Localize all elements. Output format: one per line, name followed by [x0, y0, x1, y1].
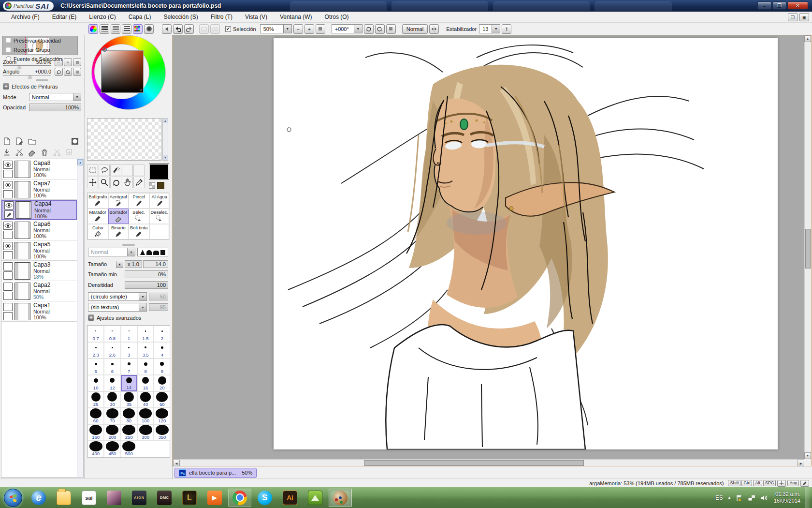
mdi-restore-button[interactable]: ❐ [788, 13, 798, 21]
layer-edit-indicator[interactable] [3, 292, 13, 300]
layer-visibility-toggle[interactable] [3, 181, 13, 189]
menu-item[interactable]: Lienzo (C) [83, 12, 122, 22]
panel-splitter[interactable] [85, 244, 172, 246]
chevron-down-icon[interactable]: ▼ [73, 93, 81, 101]
move-tool[interactable] [87, 177, 98, 188]
brush-size-cell[interactable]: 4 [154, 342, 170, 359]
nav-rotate-cw-button[interactable] [64, 68, 72, 76]
layer-thumbnail[interactable] [14, 303, 30, 320]
brush-size-cell[interactable]: 200 [104, 424, 120, 441]
menu-item[interactable]: Filtro (T) [204, 12, 239, 22]
saturation-value-square[interactable] [102, 51, 143, 92]
brush-size-cell[interactable]: 9 [154, 359, 170, 375]
brush-tool[interactable]: Cubo [87, 224, 108, 239]
brush-size-cell[interactable]: 400 [87, 441, 104, 457]
brush-size-cell[interactable]: 5 [87, 359, 104, 375]
brush-tool[interactable]: Deselec. [149, 209, 170, 224]
layer-thumbnail[interactable] [15, 201, 31, 219]
redo-icon[interactable] [184, 24, 194, 34]
zoom-in-button[interactable]: + [304, 24, 314, 34]
brush-size-cell[interactable]: 8 [137, 359, 154, 375]
brush-shape-strength[interactable]: 50 [149, 293, 168, 300]
transparent-color-swatch[interactable] [149, 182, 155, 189]
layer-opacity-slider[interactable]: 100% [29, 104, 81, 111]
checkbox-icon[interactable] [6, 56, 11, 61]
close-button[interactable]: ✕ [787, 1, 808, 10]
duplicate-layer-icon[interactable] [65, 148, 74, 157]
saturation-value-marker[interactable] [139, 88, 143, 92]
scratchpad-area[interactable] [87, 118, 161, 161]
brush-texture-strength[interactable]: 95 [149, 303, 168, 311]
brush-size-cell[interactable]: 14 [121, 375, 137, 391]
brush-size-cell[interactable]: 7 [121, 359, 137, 375]
brush-size-cell[interactable]: 450 [104, 441, 120, 457]
chevron-down-icon[interactable]: ▼ [492, 25, 500, 33]
brush-tool[interactable]: Aerógraf [108, 193, 129, 209]
layer-edit-indicator[interactable] [3, 190, 13, 198]
brush-size-cell[interactable]: 120 [154, 408, 170, 424]
zoom-combobox[interactable]: 50%▼ [260, 24, 292, 33]
layer-thumbnail[interactable] [14, 242, 30, 259]
title-bar[interactable]: PaintTool SAI C:\Users\Same\Documents\el… [0, 0, 812, 12]
brush-size-cell[interactable]: 20 [154, 375, 170, 391]
brush-size-cell[interactable]: 1 [121, 326, 137, 342]
rect-select-tool[interactable] [87, 164, 98, 176]
angle-combobox[interactable]: +000°▼ [332, 24, 362, 33]
show-desktop-button[interactable] [805, 487, 810, 508]
internet-explorer[interactable]: e [27, 489, 50, 507]
brush-tool[interactable]: Selec. [129, 209, 149, 224]
media-player[interactable]: ▶ [203, 489, 226, 507]
chevron-down-icon[interactable]: ▼ [127, 248, 135, 256]
clock[interactable]: 01:32 a.m. 16/09/2014 [774, 491, 800, 505]
dmc-game[interactable]: DMC [153, 489, 176, 507]
layer-edit-indicator[interactable] [3, 231, 13, 239]
background-color-swatch[interactable] [157, 182, 164, 189]
nav-rotate-ccw-button[interactable] [55, 68, 63, 76]
layer-row[interactable]: Capa4 Normal 100% [1, 200, 77, 220]
layer-visibility-toggle[interactable] [3, 161, 13, 169]
expand-icon[interactable]: + [88, 314, 94, 321]
hand-tool[interactable] [122, 177, 133, 188]
foreground-color-swatch[interactable] [149, 164, 169, 180]
layer-thumbnail[interactable] [14, 222, 30, 239]
layer-edit-indicator[interactable] [3, 312, 13, 320]
brush-size-cell[interactable]: 100 [137, 408, 154, 424]
brush-tool[interactable]: Al Agua [149, 193, 170, 209]
maximize-button[interactable]: ❐ [772, 1, 786, 10]
lasso-tool[interactable] [99, 164, 110, 176]
color-wheel-panel-icon[interactable] [88, 24, 98, 34]
layer-visibility-toggle[interactable] [3, 262, 13, 270]
brush-size-cell[interactable]: 40 [137, 391, 154, 408]
layer-visibility-toggle[interactable] [3, 222, 13, 230]
delete-layer-icon[interactable] [40, 148, 49, 157]
brush-size-cell[interactable]: 16 [137, 375, 154, 391]
layer-row[interactable]: Capa7 Normal 100% [1, 179, 77, 200]
layer-row[interactable]: Capa2 Normal 50% [1, 281, 77, 301]
adobe-illustrator[interactable]: Ai [278, 489, 302, 507]
action-center-flag-icon[interactable] [736, 494, 743, 502]
zoom-tool[interactable] [99, 177, 110, 188]
document-tab[interactable]: Ps elfa boceto para p... 50% [174, 468, 257, 478]
undo-icon[interactable] [173, 24, 183, 34]
brush-minsize-slider[interactable]: 0% [125, 270, 168, 278]
layer-option[interactable]: Preservar Opacidad [6, 37, 87, 44]
hue-marker[interactable] [102, 47, 107, 52]
brush-tip-sharp-icon[interactable] [140, 250, 145, 255]
rotate-ccw-button[interactable] [364, 24, 374, 34]
angle-slider-handle[interactable] [28, 75, 32, 78]
menu-item[interactable]: Capa (L) [122, 12, 158, 22]
layer-visibility-toggle[interactable] [3, 283, 13, 291]
brush-size-cell[interactable]: 0.8 [104, 326, 120, 342]
scratchpad-scrollbar[interactable]: ▲▼ [162, 118, 168, 161]
brush-tool[interactable]: Boli tinta [129, 224, 149, 239]
transfer-down-icon[interactable] [2, 148, 12, 157]
layer-thumbnail[interactable] [14, 181, 30, 198]
merge-down-icon[interactable] [14, 148, 24, 157]
rgb-slider-panel-icon[interactable] [100, 24, 109, 34]
layer-row[interactable]: Capa1 Normal 100% [1, 301, 77, 322]
scroll-down-icon[interactable]: ▼ [804, 452, 811, 459]
brush-shape-dropdown[interactable]: (círculo simple) ▼ [88, 292, 147, 301]
layer-edit-indicator[interactable] [3, 170, 13, 178]
horizontal-scrollbar[interactable]: ◀ ▶ [173, 459, 804, 466]
layer-option[interactable]: Fuente de Selección [6, 55, 87, 62]
